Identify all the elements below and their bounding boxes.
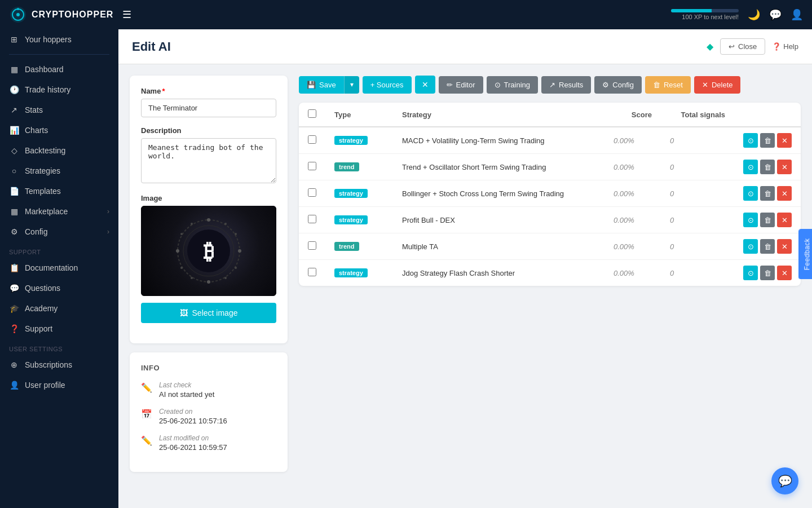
sources-button[interactable]: + Sources	[363, 76, 412, 94]
row-action-buttons: ⊙ 🗑 ✕	[743, 266, 792, 280]
row-checkbox-cell	[299, 233, 325, 260]
row-settings-button[interactable]: ⊙	[743, 186, 758, 201]
config-button[interactable]: ⚙ Config	[594, 76, 642, 94]
score-value: 0.00%	[614, 189, 634, 198]
strategy-table: Type Strategy Score Total signals strate…	[299, 103, 801, 286]
row-checkbox[interactable]	[308, 268, 316, 276]
row-checkbox[interactable]	[308, 162, 316, 170]
row-remove-button[interactable]: ✕	[777, 213, 792, 227]
sidebar-item-strategies[interactable]: ○ Strategies	[0, 161, 118, 181]
row-settings-button[interactable]: ⊙	[743, 239, 758, 254]
row-checkbox[interactable]	[308, 241, 316, 250]
left-panel: Name* Description Meanest trading bot of…	[130, 76, 288, 472]
row-remove-button[interactable]: ✕	[777, 266, 792, 280]
row-remove-button[interactable]: ✕	[777, 160, 792, 174]
info-created-on: 📅 Created on 25-06-2021 10:57:16	[141, 408, 276, 425]
strategy-badge: strategy	[334, 215, 368, 224]
info-card: INFO ✏️ Last check AI not started yet 📅 …	[130, 352, 288, 472]
top-navigation: CRYPTOHOPPER ☰ 100 XP to next level! 🌙 💬…	[0, 0, 812, 29]
row-settings-button[interactable]: ⊙	[743, 160, 758, 174]
notifications-icon[interactable]: 💬	[769, 8, 782, 21]
sidebar-item-stats[interactable]: ↗ Stats	[0, 100, 118, 120]
row-actions-cell: ⊙ 🗑 ✕	[734, 180, 801, 207]
sidebar-item-academy[interactable]: 🎓 Academy	[0, 298, 118, 319]
row-delete-button[interactable]: 🗑	[760, 239, 775, 254]
svg-point-19	[191, 223, 193, 225]
row-score-cell: 0.00%	[604, 127, 661, 154]
row-checkbox[interactable]	[308, 188, 316, 197]
row-remove-button[interactable]: ✕	[777, 186, 792, 201]
name-description-card: Name* Description Meanest trading bot of…	[130, 76, 288, 343]
sidebar-item-charts[interactable]: 📊 Charts	[0, 120, 118, 140]
select-all-checkbox[interactable]	[308, 109, 316, 118]
name-input[interactable]	[141, 99, 276, 117]
sidebar-item-marketplace[interactable]: ▦ Marketplace ›	[0, 201, 118, 222]
toolbar: 💾 Save ▾ + Sources ✕ ✏ Editor ⊙ Training	[299, 76, 801, 94]
trend-badge: trend	[334, 242, 359, 251]
row-checkbox[interactable]	[308, 135, 316, 144]
menu-icon[interactable]: ☰	[122, 8, 131, 21]
sidebar-item-templates[interactable]: 📄 Templates	[0, 181, 118, 201]
row-settings-button[interactable]: ⊙	[743, 213, 758, 227]
row-delete-button[interactable]: 🗑	[760, 133, 775, 148]
sidebar-item-documentation[interactable]: 📋 Documentation	[0, 258, 118, 278]
last-modified-value: 25-06-2021 10:59:57	[159, 443, 227, 452]
user-avatar-icon[interactable]: 👤	[791, 8, 803, 21]
chat-bubble[interactable]: 💬	[771, 467, 798, 494]
sidebar-item-support[interactable]: ❓ Support	[0, 319, 118, 339]
xp-progress: 100 XP to next level!	[671, 9, 739, 20]
select-image-button[interactable]: 🖼 Select image	[141, 303, 276, 323]
row-remove-button[interactable]: ✕	[777, 239, 792, 254]
strategies-icon: ○	[9, 166, 19, 175]
sidebar-label-documentation: Documentation	[25, 263, 78, 272]
sidebar-label-backtesting: Backtesting	[25, 146, 65, 155]
editor-button[interactable]: ✏ Editor	[439, 76, 483, 94]
training-button[interactable]: ⊙ Training	[487, 76, 538, 94]
sidebar-item-dashboard[interactable]: ▦ Dashboard	[0, 59, 118, 79]
col-header-score: Score	[604, 103, 661, 127]
sidebar-item-config[interactable]: ⚙ Config ›	[0, 222, 118, 242]
save-button[interactable]: 💾 Save	[299, 76, 344, 94]
sidebar-label-stats: Stats	[25, 105, 43, 114]
table-row: trend Trend + Oscillator Short Term Swin…	[299, 154, 801, 180]
sidebar-item-user-profile[interactable]: 👤 User profile	[0, 375, 118, 395]
reset-button[interactable]: 🗑 Reset	[645, 76, 691, 94]
help-button[interactable]: ❓ Help	[772, 42, 798, 51]
row-remove-button[interactable]: ✕	[777, 133, 792, 148]
info-created-on-content: Created on 25-06-2021 10:57:16	[159, 408, 227, 425]
xp-bar-fill	[671, 9, 712, 12]
xp-bar	[671, 9, 739, 12]
feedback-tab[interactable]: Feedback	[799, 229, 812, 279]
close-button[interactable]: ↩ Close	[720, 38, 765, 55]
save-dropdown-button[interactable]: ▾	[344, 76, 359, 94]
row-settings-button[interactable]: ⊙	[743, 266, 758, 280]
created-on-icon: 📅	[141, 409, 152, 419]
info-section-title: INFO	[141, 364, 276, 372]
svg-point-10	[207, 280, 210, 284]
app-logo[interactable]: CRYPTOHOPPER	[9, 6, 113, 24]
dismiss-button[interactable]: ✕	[415, 76, 435, 94]
trade-history-icon: 🕐	[9, 85, 19, 94]
close-label: Close	[738, 42, 757, 51]
row-score-cell: 0.00%	[604, 154, 661, 180]
row-delete-button[interactable]: 🗑	[760, 186, 775, 201]
results-button[interactable]: ↗ Results	[541, 76, 591, 94]
last-check-value: AI not started yet	[159, 390, 214, 399]
score-value: 0.00%	[614, 163, 634, 171]
row-delete-button[interactable]: 🗑	[760, 213, 775, 227]
row-checkbox[interactable]	[308, 215, 316, 223]
row-settings-button[interactable]: ⊙	[743, 133, 758, 148]
sidebar-item-trade-history[interactable]: 🕐 Trade history	[0, 79, 118, 100]
sidebar-item-questions[interactable]: 💬 Questions	[0, 278, 118, 298]
row-delete-button[interactable]: 🗑	[760, 160, 775, 174]
description-textarea[interactable]: Meanest trading bot of the world.	[141, 138, 276, 183]
dark-mode-icon[interactable]: 🌙	[748, 8, 760, 21]
sidebar-item-backtesting[interactable]: ◇ Backtesting	[0, 140, 118, 161]
delete-button[interactable]: ✕ Delete	[694, 76, 741, 94]
sidebar-item-subscriptions[interactable]: ⊕ Subscriptions	[0, 355, 118, 375]
row-actions-cell: ⊙ 🗑 ✕	[734, 260, 801, 286]
row-delete-button[interactable]: 🗑	[760, 266, 775, 280]
table-row: strategy Jdog Strategy Flash Crash Short…	[299, 260, 801, 286]
score-value: 0.00%	[614, 216, 634, 224]
sidebar-item-your-hoppers[interactable]: ⊞ Your hoppers	[0, 29, 118, 50]
